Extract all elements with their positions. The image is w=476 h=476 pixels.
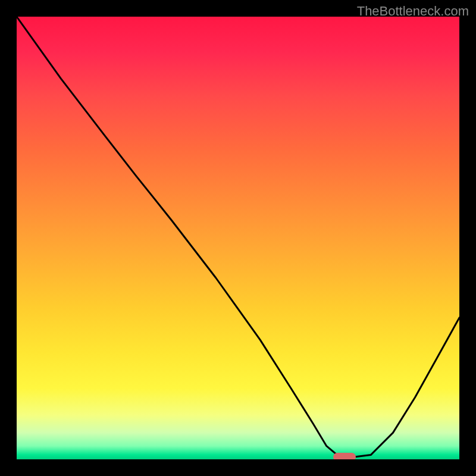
plot-area [17, 17, 459, 459]
curve-svg [17, 17, 459, 459]
watermark-text: TheBottleneck.com [357, 4, 469, 19]
bottleneck-curve-path [17, 17, 459, 457]
optimal-marker [333, 453, 356, 459]
